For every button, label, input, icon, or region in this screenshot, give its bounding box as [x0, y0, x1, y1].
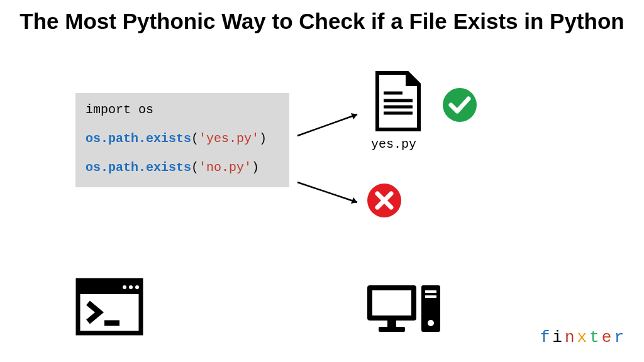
- svg-rect-22: [425, 295, 436, 298]
- code-paren: ): [252, 160, 259, 175]
- code-paren: ): [259, 131, 267, 146]
- code-line-import: import os: [86, 102, 279, 118]
- cross-icon: [366, 182, 402, 219]
- brand-letter: t: [589, 328, 602, 347]
- code-line-exists-yes: os.path.exists('yes.py'): [86, 131, 279, 147]
- svg-rect-18: [387, 321, 396, 327]
- svg-point-14: [135, 285, 139, 289]
- svg-point-23: [428, 320, 434, 326]
- code-line-exists-no: os.path.exists('no.py'): [86, 160, 279, 176]
- svg-rect-21: [425, 290, 436, 293]
- svg-point-13: [129, 285, 133, 289]
- code-keyword: os.path.exists: [86, 131, 191, 146]
- code-keyword: os.path.exists: [86, 160, 191, 175]
- brand-letter: n: [565, 328, 577, 347]
- brand-logo: finxter: [540, 328, 626, 347]
- svg-line-0: [297, 114, 357, 136]
- svg-rect-19: [379, 327, 405, 332]
- file-document-icon: [372, 70, 424, 133]
- brand-letter: r: [614, 328, 626, 347]
- svg-rect-17: [372, 290, 411, 315]
- svg-line-2: [297, 182, 357, 202]
- arrow-yes-icon: [294, 109, 370, 141]
- page-title: The Most Pythonic Way to Check if a File…: [13, 9, 631, 34]
- brand-letter: x: [577, 328, 590, 347]
- terminal-icon: [75, 278, 143, 336]
- brand-letter: e: [602, 328, 614, 347]
- brand-letter: f: [540, 328, 553, 347]
- svg-point-8: [443, 88, 477, 122]
- brand-letter: i: [552, 328, 565, 347]
- file-label: yes.py: [371, 137, 416, 151]
- code-block: import os os.path.exists('yes.py') os.pa…: [75, 93, 289, 187]
- computer-icon: [364, 282, 445, 339]
- checkmark-icon: [441, 87, 478, 123]
- code-string: 'yes.py': [199, 131, 259, 146]
- svg-point-12: [123, 285, 126, 289]
- code-paren: (: [191, 131, 199, 146]
- code-string: 'no.py': [199, 160, 252, 175]
- arrow-no-icon: [294, 177, 370, 209]
- code-paren: (: [191, 160, 199, 175]
